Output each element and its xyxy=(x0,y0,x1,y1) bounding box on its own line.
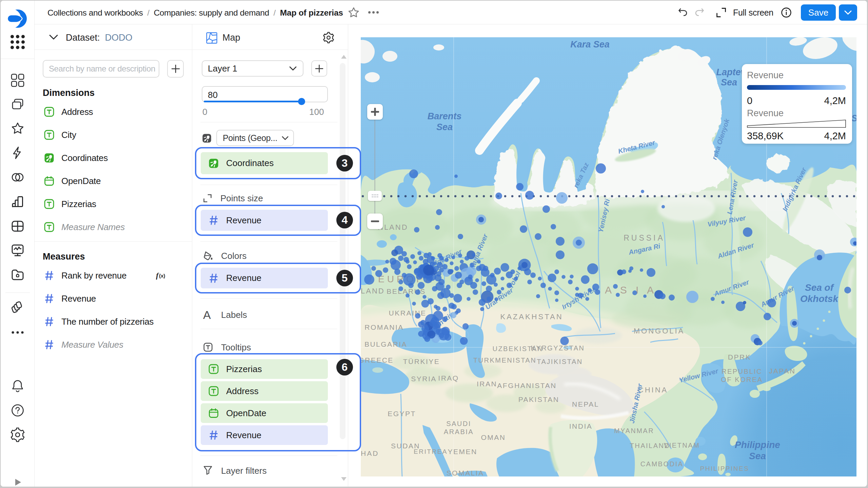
svg-text:ROMANIA: ROMANIA xyxy=(364,323,404,331)
svg-text:TAJIKISTAN: TAJIKISTAN xyxy=(537,358,583,365)
svg-text:PAKISTAN: PAKISTAN xyxy=(518,395,559,403)
svg-text:DPRK: DPRK xyxy=(728,353,751,361)
svg-text:EGYPT: EGYPT xyxy=(388,410,416,418)
svg-text:Sea: Sea xyxy=(436,122,453,132)
svg-text:HAD: HAD xyxy=(361,449,379,457)
svg-text:GREECE: GREECE xyxy=(361,356,394,364)
svg-text:SOMALIA: SOMALIA xyxy=(447,469,484,476)
svg-text:RUSSIA: RUSSIA xyxy=(624,233,665,242)
svg-text:OF KOREA: OF KOREA xyxy=(721,376,763,383)
svg-text:Barents: Barents xyxy=(428,111,462,121)
svg-text:MYANMAR: MYANMAR xyxy=(614,427,654,434)
svg-text:IRAQ: IRAQ xyxy=(438,374,459,382)
svg-text:CAMBODIA: CAMBODIA xyxy=(640,460,684,468)
svg-text:VIETNAM: VIETNAM xyxy=(664,442,700,449)
svg-text:Okhotsk: Okhotsk xyxy=(800,293,839,304)
svg-text:OMAN: OMAN xyxy=(481,433,506,441)
svg-text:Kara Sea: Kara Sea xyxy=(570,39,610,49)
svg-text:(x): (x) xyxy=(159,273,165,279)
svg-text:INDIA: INDIA xyxy=(569,422,593,430)
svg-text:AFGHANISTAN: AFGHANISTAN xyxy=(497,382,556,389)
svg-text:JAPAN: JAPAN xyxy=(769,367,796,375)
svg-text:Sea: Sea xyxy=(721,77,737,87)
svg-text:KYRGYZSTAN: KYRGYZSTAN xyxy=(531,344,585,352)
svg-text:LAND: LAND xyxy=(361,287,385,295)
svg-text:MONGOLIA: MONGOLIA xyxy=(634,327,685,335)
svg-text:YEMEN: YEMEN xyxy=(448,448,477,455)
svg-text:SYRIA: SYRIA xyxy=(411,375,437,383)
svg-text:Sea: Sea xyxy=(749,451,766,461)
svg-text:ERITREA: ERITREA xyxy=(414,448,448,455)
svg-text:SAUDI: SAUDI xyxy=(446,420,471,427)
svg-text:KAZAKHSTAN: KAZAKHSTAN xyxy=(500,312,563,321)
svg-text:TÜRKIYE: TÜRKIYE xyxy=(403,358,440,365)
svg-text:NEPAL: NEPAL xyxy=(572,400,599,408)
svg-text:A S I A: A S I A xyxy=(605,284,657,296)
svg-text:PHILIPPINES: PHILIPPINES xyxy=(700,465,749,472)
svg-text:ARABIA: ARABIA xyxy=(444,428,474,435)
svg-text:Sea of: Sea of xyxy=(805,282,834,293)
svg-text:BULGARIA: BULGARIA xyxy=(364,340,407,348)
svg-text:TURKMENISTAN: TURKMENISTAN xyxy=(473,357,536,364)
svg-text:Philippine: Philippine xyxy=(735,440,780,450)
svg-text:S: S xyxy=(851,113,856,123)
svg-text:REPUBLIC: REPUBLIC xyxy=(722,368,762,375)
svg-text:UKRAINE: UKRAINE xyxy=(389,309,427,317)
svg-text:IRAN: IRAN xyxy=(477,380,497,388)
